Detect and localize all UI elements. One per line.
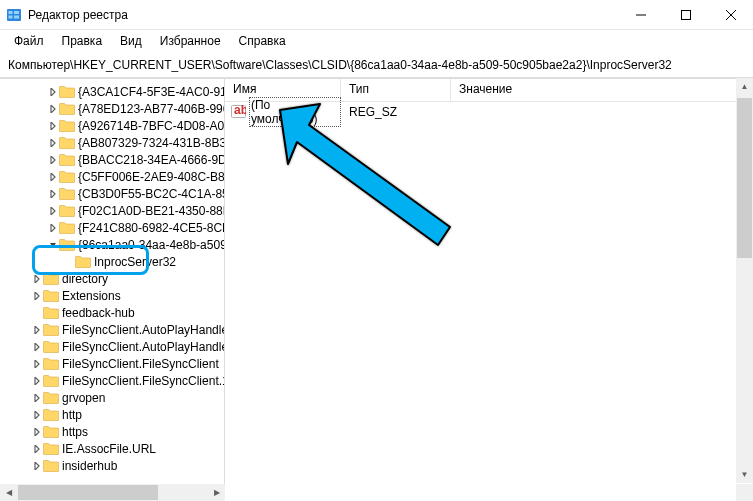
tree-item-label: {BBACC218-34EA-4666-9D7 (78, 153, 225, 167)
tree-item[interactable]: FileSyncClient.AutoPlayHandler (0, 338, 224, 355)
tree-item-label: Extensions (62, 289, 121, 303)
svg-rect-2 (14, 11, 19, 14)
tree-item-label: FileSyncClient.AutoPlayHandler (62, 323, 225, 337)
chevron-right-icon[interactable] (46, 221, 59, 234)
svg-rect-0 (7, 9, 21, 21)
tree-item[interactable]: {C5FF006E-2AE9-408C-B85E (0, 168, 224, 185)
tree-item[interactable]: feedback-hub (0, 304, 224, 321)
tree-item[interactable]: {A78ED123-AB77-406B-9962 (0, 100, 224, 117)
chevron-right-icon[interactable] (30, 442, 43, 455)
chevron-right-icon[interactable] (46, 204, 59, 217)
list-body[interactable]: ab (По умолчанию) REG_SZ (225, 102, 753, 501)
tree-pane[interactable]: {A3CA1CF4-5F3E-4AC0-91EB{A78ED123-AB77-4… (0, 79, 225, 501)
address-bar[interactable]: Компьютер\HKEY_CURRENT_USER\Software\Cla… (0, 52, 753, 78)
titlebar: Редактор реестра (0, 0, 753, 30)
tree-item[interactable]: FileSyncClient.FileSyncClient (0, 355, 224, 372)
tree-item-label: {AB807329-7324-431B-8B36 (78, 136, 225, 150)
tree-item-label: grvopen (62, 391, 105, 405)
string-value-icon: ab (231, 104, 246, 119)
tree-item[interactable]: {CB3D0F55-BC2C-4C1A-85E (0, 185, 224, 202)
tree-item-label: insiderhub (62, 459, 117, 473)
tree-item[interactable]: http (0, 406, 224, 423)
svg-rect-4 (14, 15, 19, 18)
minimize-button[interactable] (618, 0, 663, 29)
tree-item[interactable]: {BBACC218-34EA-4666-9D7 (0, 151, 224, 168)
vertical-scrollbar[interactable]: ▲ ▼ (736, 78, 753, 483)
tree-item[interactable]: {F02C1A0D-BE21-4350-88B0 (0, 202, 224, 219)
annotation-highlight (32, 245, 149, 275)
menu-help[interactable]: Справка (231, 32, 294, 50)
chevron-right-icon[interactable] (46, 119, 59, 132)
chevron-right-icon[interactable] (30, 391, 43, 404)
menu-view[interactable]: Вид (112, 32, 150, 50)
chevron-right-icon[interactable] (46, 170, 59, 183)
chevron-right-icon[interactable] (30, 408, 43, 421)
scroll-corner (736, 484, 753, 501)
tree-item-label: https (62, 425, 88, 439)
chevron-right-icon[interactable] (30, 289, 43, 302)
menubar: Файл Правка Вид Избранное Справка (0, 30, 753, 52)
close-button[interactable] (708, 0, 753, 29)
svg-rect-3 (9, 15, 13, 18)
svg-text:ab: ab (234, 104, 246, 117)
scroll-down-button[interactable]: ▼ (736, 466, 753, 483)
tree-item[interactable]: FileSyncClient.AutoPlayHandler (0, 321, 224, 338)
menu-edit[interactable]: Правка (54, 32, 111, 50)
column-value-header[interactable]: Значение (451, 79, 753, 101)
tree-item-label: feedback-hub (62, 306, 135, 320)
tree-item[interactable]: insiderhub (0, 457, 224, 474)
chevron-right-icon[interactable] (30, 374, 43, 387)
tree-item[interactable]: FileSyncClient.FileSyncClient.1 (0, 372, 224, 389)
content-area: {A3CA1CF4-5F3E-4AC0-91EB{A78ED123-AB77-4… (0, 78, 753, 501)
chevron-right-icon[interactable] (46, 136, 59, 149)
tree-item-label: FileSyncClient.FileSyncClient (62, 357, 219, 371)
window-title: Редактор реестра (28, 8, 618, 22)
tree-item[interactable]: IE.AssocFile.URL (0, 440, 224, 457)
scroll-up-button[interactable]: ▲ (736, 78, 753, 95)
tree-item-label: {A78ED123-AB77-406B-9962 (78, 102, 225, 116)
menu-file[interactable]: Файл (6, 32, 52, 50)
menu-favorites[interactable]: Избранное (152, 32, 229, 50)
value-name: (По умолчанию) (249, 97, 341, 127)
tree-item[interactable]: Extensions (0, 287, 224, 304)
tree-item-label: {A3CA1CF4-5F3E-4AC0-91EB (78, 85, 225, 99)
tree-item[interactable]: {AB807329-7324-431B-8B36 (0, 134, 224, 151)
chevron-right-icon[interactable] (46, 187, 59, 200)
svg-rect-6 (681, 10, 690, 19)
tree-item-label: {F241C880-6982-4CE5-8CF7 (78, 221, 225, 235)
scroll-thumb[interactable] (737, 98, 752, 258)
tree-item-label: {A926714B-7BFC-4D08-A03 (78, 119, 225, 133)
tree-item[interactable]: https (0, 423, 224, 440)
tree-item[interactable]: {A926714B-7BFC-4D08-A03 (0, 117, 224, 134)
minimize-icon (636, 10, 646, 20)
tree-item-label: http (62, 408, 82, 422)
twisty-spacer (30, 306, 43, 319)
scroll-thumb-h[interactable] (18, 485, 158, 500)
horizontal-scrollbar[interactable]: ◀ ▶ (0, 484, 225, 501)
list-pane: Имя Тип Значение ab (По умолчанию) REG_S… (225, 79, 753, 501)
tree-item-label: FileSyncClient.AutoPlayHandler (62, 340, 225, 354)
chevron-right-icon[interactable] (46, 102, 59, 115)
close-icon (726, 10, 736, 20)
tree-item[interactable]: grvopen (0, 389, 224, 406)
scroll-right-button[interactable]: ▶ (208, 484, 225, 501)
value-type: REG_SZ (341, 105, 451, 119)
scroll-left-button[interactable]: ◀ (0, 484, 17, 501)
chevron-right-icon[interactable] (30, 459, 43, 472)
chevron-right-icon[interactable] (46, 85, 59, 98)
tree-item-label: FileSyncClient.FileSyncClient.1 (62, 374, 225, 388)
value-row[interactable]: ab (По умолчанию) REG_SZ (225, 102, 753, 121)
tree-item[interactable]: {A3CA1CF4-5F3E-4AC0-91EB (0, 83, 224, 100)
chevron-right-icon[interactable] (30, 340, 43, 353)
column-type-header[interactable]: Тип (341, 79, 451, 101)
svg-rect-1 (9, 11, 13, 14)
tree-item[interactable]: {F241C880-6982-4CE5-8CF7 (0, 219, 224, 236)
chevron-right-icon[interactable] (30, 323, 43, 336)
chevron-right-icon[interactable] (30, 425, 43, 438)
tree-item-label: {CB3D0F55-BC2C-4C1A-85E (78, 187, 225, 201)
tree-item-label: {C5FF006E-2AE9-408C-B85E (78, 170, 225, 184)
maximize-button[interactable] (663, 0, 708, 29)
chevron-right-icon[interactable] (30, 357, 43, 370)
chevron-right-icon[interactable] (46, 153, 59, 166)
maximize-icon (681, 10, 691, 20)
